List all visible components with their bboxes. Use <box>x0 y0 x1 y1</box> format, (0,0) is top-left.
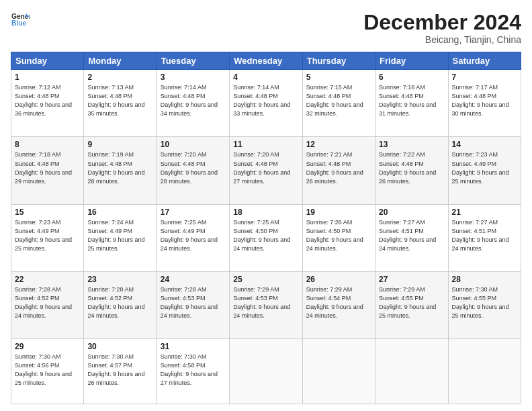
calendar-cell: 8 Sunrise: 7:18 AMSunset: 4:48 PMDayligh… <box>11 137 84 204</box>
day-number: 16 <box>87 208 152 217</box>
day-number: 28 <box>452 275 517 284</box>
day-detail: Sunrise: 7:30 AMSunset: 4:55 PMDaylight:… <box>452 286 509 319</box>
day-number: 21 <box>452 208 517 217</box>
calendar-cell: 17 Sunrise: 7:25 AMSunset: 4:49 PMDaylig… <box>157 204 229 271</box>
day-detail: Sunrise: 7:28 AMSunset: 4:53 PMDaylight:… <box>161 286 218 319</box>
day-detail: Sunrise: 7:19 AMSunset: 4:48 PMDaylight:… <box>87 151 144 184</box>
calendar-cell: 9 Sunrise: 7:19 AMSunset: 4:48 PMDayligh… <box>84 137 157 204</box>
calendar-table: SundayMondayTuesdayWednesdayThursdayFrid… <box>11 52 521 404</box>
calendar-cell: 16 Sunrise: 7:24 AMSunset: 4:49 PMDaylig… <box>84 204 157 271</box>
calendar-cell: 14 Sunrise: 7:23 AMSunset: 4:49 PMDaylig… <box>448 137 521 204</box>
day-number: 30 <box>87 342 152 351</box>
title-block: December 2024 Beicang, Tianjin, China <box>363 11 521 45</box>
day-number: 6 <box>379 73 444 82</box>
header-day-thursday: Thursday <box>302 52 375 70</box>
day-number: 14 <box>452 140 517 149</box>
day-number: 12 <box>306 140 371 149</box>
day-detail: Sunrise: 7:30 AMSunset: 4:56 PMDaylight:… <box>15 353 72 386</box>
calendar-cell <box>230 339 302 404</box>
calendar-cell: 4 Sunrise: 7:14 AMSunset: 4:48 PMDayligh… <box>230 70 302 137</box>
page: General Blue December 2024 Beicang, Tian… <box>0 0 532 411</box>
day-number: 27 <box>379 275 444 284</box>
day-detail: Sunrise: 7:29 AMSunset: 4:53 PMDaylight:… <box>233 286 290 319</box>
day-number: 23 <box>87 275 152 284</box>
day-number: 19 <box>306 208 371 217</box>
day-detail: Sunrise: 7:26 AMSunset: 4:50 PMDaylight:… <box>306 219 363 252</box>
calendar-cell: 7 Sunrise: 7:17 AMSunset: 4:48 PMDayligh… <box>448 70 521 137</box>
calendar-header-row: SundayMondayTuesdayWednesdayThursdayFrid… <box>11 52 521 70</box>
header-day-tuesday: Tuesday <box>157 52 229 70</box>
day-detail: Sunrise: 7:24 AMSunset: 4:49 PMDaylight:… <box>87 219 144 252</box>
day-detail: Sunrise: 7:15 AMSunset: 4:48 PMDaylight:… <box>306 84 363 117</box>
day-number: 9 <box>87 140 152 149</box>
calendar-cell <box>302 339 375 404</box>
day-detail: Sunrise: 7:29 AMSunset: 4:55 PMDaylight:… <box>379 286 436 319</box>
header-day-monday: Monday <box>84 52 157 70</box>
day-number: 7 <box>452 73 517 82</box>
day-number: 5 <box>306 73 371 82</box>
day-detail: Sunrise: 7:30 AMSunset: 4:57 PMDaylight:… <box>87 353 144 386</box>
day-detail: Sunrise: 7:20 AMSunset: 4:48 PMDaylight:… <box>161 151 218 184</box>
day-detail: Sunrise: 7:20 AMSunset: 4:48 PMDaylight:… <box>233 151 290 184</box>
day-number: 11 <box>233 140 298 149</box>
day-detail: Sunrise: 7:18 AMSunset: 4:48 PMDaylight:… <box>15 151 72 184</box>
calendar-cell: 28 Sunrise: 7:30 AMSunset: 4:55 PMDaylig… <box>448 271 521 338</box>
day-number: 2 <box>87 73 152 82</box>
day-detail: Sunrise: 7:28 AMSunset: 4:52 PMDaylight:… <box>87 286 144 319</box>
header-day-saturday: Saturday <box>448 52 521 70</box>
calendar-week-4: 22 Sunrise: 7:28 AMSunset: 4:52 PMDaylig… <box>11 271 521 338</box>
day-number: 1 <box>15 73 80 82</box>
calendar-week-2: 8 Sunrise: 7:18 AMSunset: 4:48 PMDayligh… <box>11 137 521 204</box>
day-number: 22 <box>15 275 80 284</box>
calendar-cell: 6 Sunrise: 7:16 AMSunset: 4:48 PMDayligh… <box>375 70 448 137</box>
day-number: 31 <box>161 342 226 351</box>
calendar-cell: 19 Sunrise: 7:26 AMSunset: 4:50 PMDaylig… <box>302 204 375 271</box>
calendar-cell: 21 Sunrise: 7:27 AMSunset: 4:51 PMDaylig… <box>448 204 521 271</box>
day-detail: Sunrise: 7:30 AMSunset: 4:58 PMDaylight:… <box>161 353 218 386</box>
header-day-wednesday: Wednesday <box>230 52 302 70</box>
header-day-friday: Friday <box>375 52 448 70</box>
day-number: 20 <box>379 208 444 217</box>
day-number: 3 <box>161 73 226 82</box>
day-detail: Sunrise: 7:29 AMSunset: 4:54 PMDaylight:… <box>306 286 363 319</box>
day-number: 29 <box>15 342 80 351</box>
calendar-body: 1 Sunrise: 7:12 AMSunset: 4:48 PMDayligh… <box>11 70 521 404</box>
day-number: 17 <box>161 208 226 217</box>
calendar-cell: 11 Sunrise: 7:20 AMSunset: 4:48 PMDaylig… <box>230 137 302 204</box>
calendar-cell: 12 Sunrise: 7:21 AMSunset: 4:48 PMDaylig… <box>302 137 375 204</box>
day-detail: Sunrise: 7:16 AMSunset: 4:48 PMDaylight:… <box>379 84 436 117</box>
calendar-cell: 5 Sunrise: 7:15 AMSunset: 4:48 PMDayligh… <box>302 70 375 137</box>
calendar-cell <box>448 339 521 404</box>
day-detail: Sunrise: 7:23 AMSunset: 4:49 PMDaylight:… <box>452 151 509 184</box>
day-number: 4 <box>233 73 298 82</box>
logo-icon: General Blue <box>11 11 30 30</box>
calendar-cell: 13 Sunrise: 7:22 AMSunset: 4:48 PMDaylig… <box>375 137 448 204</box>
day-number: 15 <box>15 208 80 217</box>
day-detail: Sunrise: 7:17 AMSunset: 4:48 PMDaylight:… <box>452 84 509 117</box>
day-detail: Sunrise: 7:21 AMSunset: 4:48 PMDaylight:… <box>306 151 363 184</box>
day-detail: Sunrise: 7:14 AMSunset: 4:48 PMDaylight:… <box>161 84 218 117</box>
day-number: 18 <box>233 208 298 217</box>
calendar-cell <box>375 339 448 404</box>
calendar-cell: 22 Sunrise: 7:28 AMSunset: 4:52 PMDaylig… <box>11 271 84 338</box>
calendar-cell: 26 Sunrise: 7:29 AMSunset: 4:54 PMDaylig… <box>302 271 375 338</box>
location: Beicang, Tianjin, China <box>363 34 521 45</box>
day-detail: Sunrise: 7:28 AMSunset: 4:52 PMDaylight:… <box>15 286 72 319</box>
day-detail: Sunrise: 7:12 AMSunset: 4:48 PMDaylight:… <box>15 84 72 117</box>
calendar-cell: 31 Sunrise: 7:30 AMSunset: 4:58 PMDaylig… <box>157 339 229 404</box>
header-day-sunday: Sunday <box>11 52 84 70</box>
svg-text:Blue: Blue <box>11 19 27 27</box>
calendar-cell: 15 Sunrise: 7:23 AMSunset: 4:49 PMDaylig… <box>11 204 84 271</box>
calendar-cell: 20 Sunrise: 7:27 AMSunset: 4:51 PMDaylig… <box>375 204 448 271</box>
day-number: 8 <box>15 140 80 149</box>
day-number: 10 <box>161 140 226 149</box>
day-detail: Sunrise: 7:25 AMSunset: 4:49 PMDaylight:… <box>161 219 218 252</box>
calendar-cell: 24 Sunrise: 7:28 AMSunset: 4:53 PMDaylig… <box>157 271 229 338</box>
header: General Blue December 2024 Beicang, Tian… <box>11 11 521 45</box>
calendar-cell: 30 Sunrise: 7:30 AMSunset: 4:57 PMDaylig… <box>84 339 157 404</box>
calendar-cell: 29 Sunrise: 7:30 AMSunset: 4:56 PMDaylig… <box>11 339 84 404</box>
calendar-cell: 10 Sunrise: 7:20 AMSunset: 4:48 PMDaylig… <box>157 137 229 204</box>
day-number: 24 <box>161 275 226 284</box>
month-year: December 2024 <box>363 11 521 34</box>
day-number: 26 <box>306 275 371 284</box>
